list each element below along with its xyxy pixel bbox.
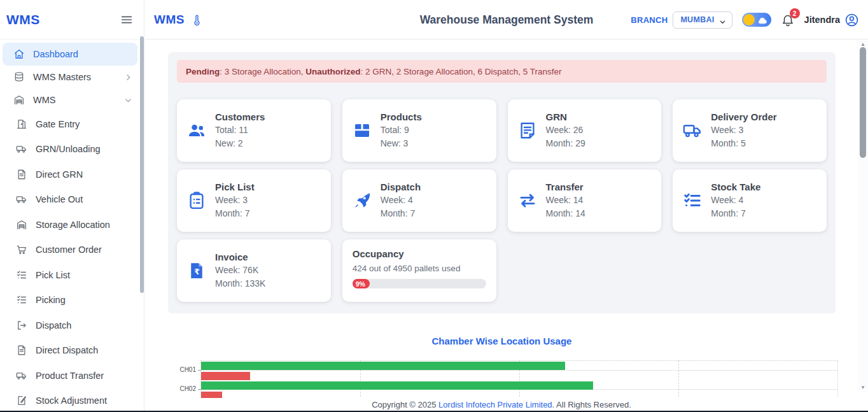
sidebar-item-wms-masters[interactable]: WMS Masters	[3, 66, 137, 89]
sidebar-item-label: Pick List	[36, 270, 70, 280]
branch-select-value: MUMBAI	[680, 15, 714, 24]
document-icon	[16, 345, 27, 356]
sidebar-item-customer-order[interactable]: Customer Order	[3, 238, 137, 263]
user-menu[interactable]: Jitendra	[804, 13, 859, 27]
card-title: Pick List	[215, 181, 255, 192]
chevron-down-icon	[719, 17, 726, 24]
theme-toggle[interactable]	[742, 13, 771, 27]
card-title: Products	[381, 111, 422, 122]
sidebar-item-direct-grn[interactable]: Direct GRN	[3, 162, 137, 187]
sidebar-item-gate-entry[interactable]: Gate Entry	[3, 111, 137, 137]
sidebar-item-product-transfer[interactable]: Product Transfer	[3, 363, 137, 388]
footer: Copyright © 2025 Lordist Infotech Privat…	[145, 398, 858, 411]
scrollbar-thumb[interactable]	[860, 47, 866, 158]
card-line: Month: 133K	[215, 277, 265, 290]
cloud-icon	[757, 16, 768, 24]
sidebar-nav: Dashboard WMS Masters WMS Gate Entry GRN…	[0, 39, 144, 412]
category-label: CH01	[174, 366, 196, 373]
card-line: Week: 3	[215, 194, 255, 207]
sidebar: WMS Dashboard WMS Masters WMS	[0, 0, 144, 412]
document-lines-icon	[518, 121, 537, 140]
sidebar-item-dispatch[interactable]: Dispatch	[3, 313, 137, 338]
chart-title: Chamber Wise Location Usage	[168, 336, 836, 346]
sidebar-item-pick-list[interactable]: Pick List	[3, 262, 137, 288]
card-title: Stock Take	[711, 181, 760, 192]
card-title: Transfer	[546, 181, 585, 192]
home-icon	[13, 48, 25, 60]
stat-card-products: Products Total: 9 New: 3	[342, 99, 496, 162]
card-line: Month: 29	[546, 137, 585, 150]
alert-unauthorized-text: : 2 GRN, 2 Storage Allocation, 6 Dispatc…	[361, 67, 562, 76]
wms-logo[interactable]: WMS	[6, 12, 40, 27]
cart-icon	[16, 244, 27, 255]
hamburger-menu-icon[interactable]	[120, 13, 134, 27]
warehouse-icon	[16, 219, 27, 231]
axis-tick	[198, 370, 201, 371]
sidebar-item-stock-adjustment[interactable]: Stock Adjustment	[3, 388, 137, 412]
stat-card-grn: GRN Week: 26 Month: 29	[508, 99, 662, 162]
sidebar-item-label: Gate Entry	[36, 119, 80, 129]
sidebar-item-direct-dispatch[interactable]: Direct Dispatch	[3, 338, 137, 364]
box-icon	[353, 121, 372, 140]
sidebar-item-storage-allocation[interactable]: Storage Allocation	[3, 212, 137, 238]
truck-icon	[16, 370, 27, 381]
scroll-down-arrow[interactable]: ▼	[858, 385, 868, 391]
sidebar-item-dashboard[interactable]: Dashboard	[3, 43, 137, 66]
card-line: Month: 5	[711, 137, 776, 150]
card-line: Month: 7	[381, 207, 421, 220]
door-icon	[16, 118, 27, 130]
sidebar-header: WMS	[0, 0, 144, 39]
stat-card-grid: Customers Total: 11 New: 2 Products Tota…	[177, 99, 827, 302]
card-line: Month: 7	[215, 207, 255, 220]
chart-bar-red-ch01	[201, 372, 250, 380]
sidebar-scrollbar-thumb[interactable]	[140, 36, 144, 293]
branch-select[interactable]: MUMBAI	[673, 11, 732, 29]
alert-pending-text: : 3 Storage Allocation,	[220, 67, 305, 76]
transfer-arrows-icon	[518, 191, 537, 210]
card-title: Occupancy	[353, 248, 486, 259]
sidebar-item-label: Direct GRN	[36, 169, 83, 180]
rights-text: . All Rights Reserved.	[552, 400, 631, 409]
alert-unauthorized-label: Unauthorized	[305, 67, 360, 76]
sidebar-item-picking[interactable]: Picking	[3, 288, 137, 313]
sidebar-item-wms[interactable]: WMS	[3, 89, 137, 111]
sidebar-item-vehicle-out[interactable]: Vehicle Out	[3, 187, 137, 213]
dashboard-panel: Pending: 3 Storage Allocation, Unauthori…	[168, 52, 836, 313]
card-title: Delivery Order	[711, 111, 776, 122]
alert-pending-label: Pending	[186, 67, 220, 76]
sidebar-item-grn-unloading[interactable]: GRN/Unloading	[3, 137, 137, 162]
sidebar-item-label: Dashboard	[33, 49, 78, 59]
stat-card-dispatch: Dispatch Week: 4 Month: 7	[342, 169, 496, 232]
invoice-rupee-icon: ₹	[187, 261, 206, 280]
logout-arrow-icon	[16, 320, 27, 331]
document-icon	[16, 169, 27, 180]
card-line: New: 2	[215, 137, 265, 150]
sidebar-item-label: Storage Allocation	[36, 220, 110, 230]
clipboard-icon	[187, 191, 206, 210]
card-line: Total: 9	[381, 124, 422, 137]
sidebar-item-label: WMS	[33, 95, 55, 105]
card-title: Customers	[215, 111, 265, 122]
copyright-text: Copyright © 2025	[372, 400, 438, 409]
warehouse-icon	[13, 94, 25, 106]
main-scrollbar[interactable]: ▲ ▼	[858, 40, 868, 392]
card-title: Invoice	[215, 252, 265, 262]
company-link[interactable]: Lordist Infotech Private Limited	[438, 400, 552, 409]
gridline	[678, 360, 679, 400]
card-line: Week: 4	[381, 194, 421, 207]
notifications-bell[interactable]: 2	[781, 13, 795, 27]
avatar-icon	[844, 13, 859, 27]
card-title: Dispatch	[381, 181, 421, 192]
sidebar-item-label: Customer Order	[36, 245, 102, 255]
user-name: Jitendra	[804, 15, 840, 25]
chart-bar-green-ch01	[201, 362, 565, 370]
card-line: Week: 26	[546, 124, 585, 137]
card-line: Week: 14	[546, 194, 585, 207]
stat-card-pick-list: Pick List Week: 3 Month: 7	[177, 169, 331, 232]
sidebar-item-label: WMS Masters	[33, 72, 91, 82]
sidebar-item-label: GRN/Unloading	[36, 144, 101, 154]
sidebar-item-label: Dispatch	[36, 320, 71, 330]
edit-document-icon	[16, 395, 27, 406]
sidebar-item-label: Product Transfer	[36, 371, 104, 381]
chevron-right-icon	[124, 73, 132, 82]
